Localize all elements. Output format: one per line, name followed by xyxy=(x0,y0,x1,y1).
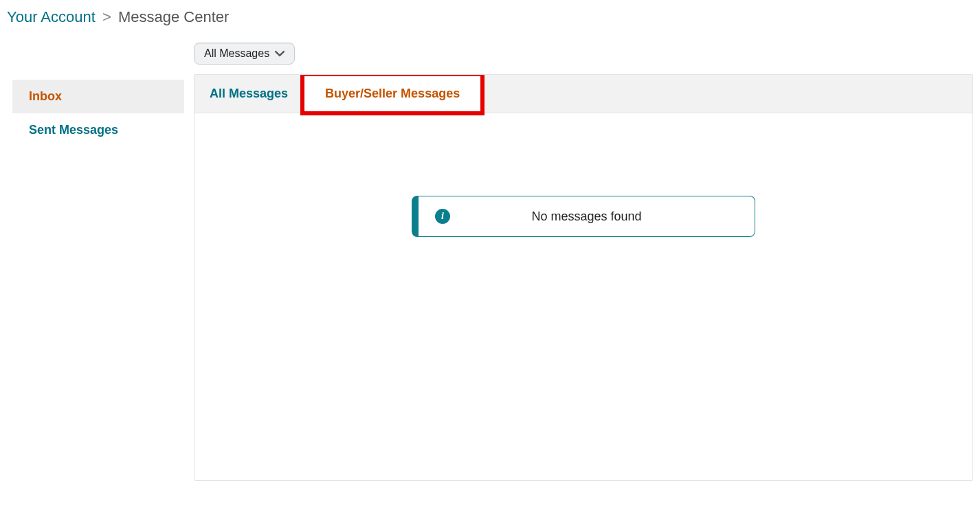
breadcrumb-current: Message Center xyxy=(118,8,229,25)
sidebar: Inbox Sent Messages xyxy=(12,43,184,147)
filter-dropdown-label: All Messages xyxy=(204,47,269,60)
empty-state: i No messages found xyxy=(412,196,755,237)
sidebar-item-label: Sent Messages xyxy=(29,123,118,137)
breadcrumb-separator: > xyxy=(102,8,111,25)
tab-label: Buyer/Seller Messages xyxy=(325,87,460,102)
sidebar-item-inbox[interactable]: Inbox xyxy=(12,80,184,113)
tab-label: All Messages xyxy=(210,87,288,101)
info-icon: i xyxy=(435,209,450,224)
tab-all-messages[interactable]: All Messages xyxy=(194,75,303,113)
breadcrumb-your-account-link[interactable]: Your Account xyxy=(7,8,96,25)
tab-buyer-seller-messages[interactable]: Buyer/Seller Messages xyxy=(300,74,485,115)
chevron-down-icon xyxy=(275,49,285,58)
tabstrip: All Messages Buyer/Seller Messages xyxy=(194,75,972,113)
filter-dropdown[interactable]: All Messages xyxy=(194,43,295,65)
panel-body: i No messages found xyxy=(194,113,972,480)
sidebar-item-label: Inbox xyxy=(29,89,62,103)
breadcrumb: Your Account > Message Center xyxy=(7,5,973,43)
empty-state-text: No messages found xyxy=(450,209,738,224)
messages-panel: All Messages Buyer/Seller Messages i No … xyxy=(194,74,973,481)
sidebar-item-sent-messages[interactable]: Sent Messages xyxy=(12,113,184,147)
